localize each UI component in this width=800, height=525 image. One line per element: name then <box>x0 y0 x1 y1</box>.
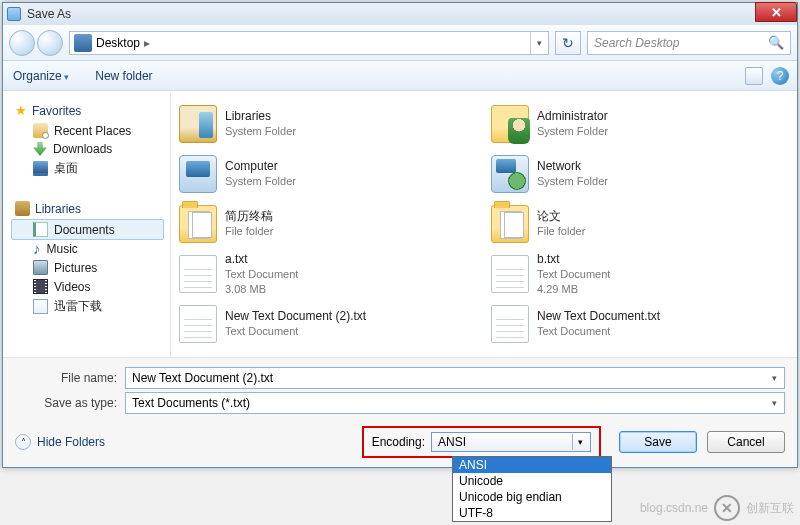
new-folder-button[interactable]: New folder <box>95 69 152 83</box>
libraries-icon <box>15 201 30 216</box>
file-list[interactable]: LibrariesSystem FolderAdministratorSyste… <box>171 93 797 357</box>
file-item[interactable]: AdministratorSystem Folder <box>487 99 793 149</box>
chevron-down-icon[interactable]: ▾ <box>766 370 782 386</box>
save-type-label: Save as type: <box>15 396 125 410</box>
sidebar-item-xunlei[interactable]: 迅雷下载 <box>11 296 170 317</box>
sidebar-item-desktop[interactable]: 桌面 <box>11 158 170 179</box>
refresh-icon: ↻ <box>562 35 574 51</box>
txt-icon <box>491 305 529 343</box>
address-bar[interactable]: Desktop ▸ ▾ <box>69 31 549 55</box>
file-type: System Folder <box>225 174 296 189</box>
file-name: New Text Document.txt <box>537 309 660 324</box>
save-type-select[interactable]: Text Documents (*.txt) ▾ <box>125 392 785 414</box>
file-name: Administrator <box>537 109 608 124</box>
xunlei-icon <box>33 299 48 314</box>
desktop-icon <box>33 161 48 176</box>
pictures-icon <box>33 260 48 275</box>
sidebar-item-documents[interactable]: Documents <box>11 219 164 240</box>
user-icon <box>491 105 529 143</box>
comp-icon <box>179 155 217 193</box>
forward-button[interactable] <box>37 30 63 56</box>
sidebar-item-music[interactable]: ♪Music <box>11 240 170 258</box>
encoding-option[interactable]: ANSI <box>453 457 611 473</box>
logo-icon: ✕ <box>714 495 740 521</box>
back-button[interactable] <box>9 30 35 56</box>
favorites-header[interactable]: ★ Favorites <box>15 103 170 118</box>
app-icon <box>7 7 21 21</box>
close-button[interactable]: ✕ <box>755 2 797 22</box>
address-dropdown[interactable]: ▾ <box>530 32 548 54</box>
recent-places-icon <box>33 123 48 138</box>
file-type: File folder <box>225 224 273 239</box>
libraries-header[interactable]: Libraries <box>15 201 170 216</box>
file-item[interactable]: a.txtText Document3.08 MB <box>175 249 481 299</box>
save-as-dialog: Save As ✕ Desktop ▸ ▾ ↻ Search Desktop 🔍… <box>2 2 798 468</box>
encoding-option[interactable]: Unicode big endian <box>453 489 611 505</box>
encoding-option[interactable]: UTF-8 <box>453 505 611 521</box>
save-form: File name: New Text Document (2).txt ▾ S… <box>3 357 797 467</box>
file-type: System Folder <box>537 124 608 139</box>
txt-icon <box>179 255 217 293</box>
save-button[interactable]: Save <box>619 431 697 453</box>
chevron-down-icon[interactable]: ▾ <box>766 395 782 411</box>
file-name: Network <box>537 159 608 174</box>
breadcrumb-separator: ▸ <box>140 36 154 50</box>
encoding-option[interactable]: Unicode <box>453 473 611 489</box>
file-type: System Folder <box>225 124 296 139</box>
search-icon: 🔍 <box>768 35 784 50</box>
file-item[interactable]: 简历终稿File folder <box>175 199 481 249</box>
file-type: System Folder <box>537 174 608 189</box>
search-placeholder: Search Desktop <box>594 36 768 50</box>
file-name-input[interactable]: New Text Document (2).txt ▾ <box>125 367 785 389</box>
file-item[interactable]: 论文File folder <box>487 199 793 249</box>
documents-icon <box>33 222 48 237</box>
file-name-label: File name: <box>15 371 125 385</box>
sidebar-item-pictures[interactable]: Pictures <box>11 258 170 277</box>
sidebar-item-downloads[interactable]: Downloads <box>11 140 170 158</box>
file-type: Text Document <box>537 267 610 282</box>
navigation-pane: ★ Favorites Recent Places Downloads 桌面 L… <box>3 93 171 357</box>
folderpaper-icon <box>491 205 529 243</box>
file-item[interactable]: LibrariesSystem Folder <box>175 99 481 149</box>
file-type: File folder <box>537 224 585 239</box>
file-item[interactable]: b.txtText Document4.29 MB <box>487 249 793 299</box>
encoding-label: Encoding: <box>372 435 425 449</box>
file-name: b.txt <box>537 252 610 267</box>
txt-icon <box>179 305 217 343</box>
chevron-down-icon[interactable]: ▾ <box>572 434 588 450</box>
cancel-button[interactable]: Cancel <box>707 431 785 453</box>
file-name: Libraries <box>225 109 296 124</box>
file-size: 3.08 MB <box>225 282 298 297</box>
net-icon <box>491 155 529 193</box>
file-item[interactable]: New Text Document (2).txtText Document <box>175 299 481 349</box>
organize-menu[interactable]: Organize <box>13 69 69 83</box>
file-name: 简历终稿 <box>225 209 273 224</box>
file-name: New Text Document (2).txt <box>225 309 366 324</box>
file-item[interactable]: ComputerSystem Folder <box>175 149 481 199</box>
view-options-button[interactable] <box>745 67 763 85</box>
hide-folders-button[interactable]: ˄ Hide Folders <box>15 434 105 450</box>
file-item[interactable]: NetworkSystem Folder <box>487 149 793 199</box>
file-item[interactable]: New Text Document.txtText Document <box>487 299 793 349</box>
sidebar-item-videos[interactable]: Videos <box>11 277 170 296</box>
refresh-button[interactable]: ↻ <box>555 31 581 55</box>
file-type: Text Document <box>225 324 366 339</box>
help-button[interactable]: ? <box>771 67 789 85</box>
encoding-dropdown-list[interactable]: ANSIUnicodeUnicode big endianUTF-8 <box>452 456 612 522</box>
search-input[interactable]: Search Desktop 🔍 <box>587 31 791 55</box>
encoding-select[interactable]: ANSI ▾ <box>431 432 591 452</box>
close-icon: ✕ <box>771 5 782 20</box>
navigation-bar: Desktop ▸ ▾ ↻ Search Desktop 🔍 <box>3 25 797 61</box>
file-type: Text Document <box>537 324 660 339</box>
desktop-icon <box>74 34 92 52</box>
breadcrumb-location[interactable]: Desktop <box>96 36 140 50</box>
file-size: 4.29 MB <box>537 282 610 297</box>
chevron-up-icon: ˄ <box>15 434 31 450</box>
videos-icon <box>33 279 48 294</box>
sidebar-item-recent-places[interactable]: Recent Places <box>11 121 170 140</box>
download-icon <box>33 142 47 156</box>
lib-icon <box>179 105 217 143</box>
title-bar: Save As ✕ <box>3 3 797 25</box>
file-name: 论文 <box>537 209 585 224</box>
encoding-highlight: Encoding: ANSI ▾ <box>362 426 601 458</box>
